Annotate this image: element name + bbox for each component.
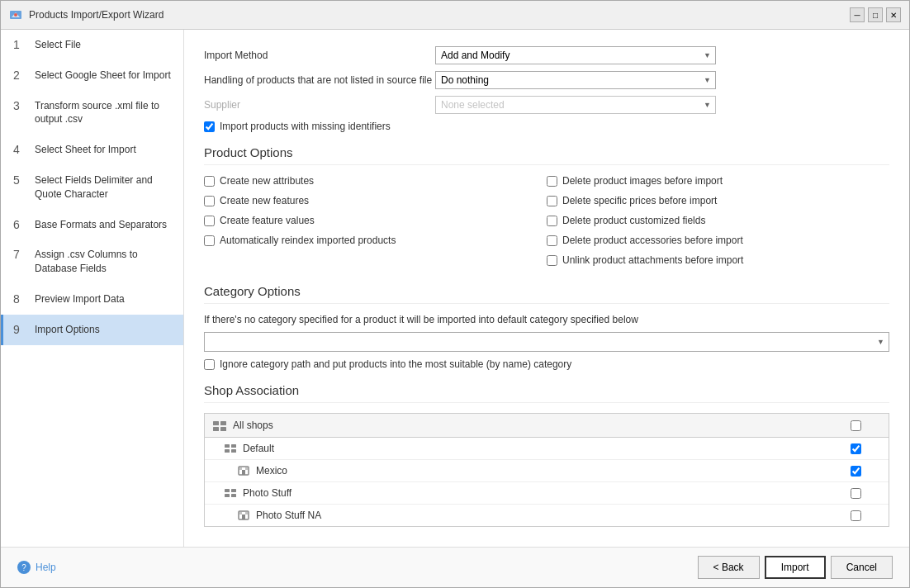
- sidebar: 1Select File2Select Google Sheet for Imp…: [1, 30, 184, 547]
- prod-opt-left-1: Create new features: [204, 195, 547, 206]
- prod-opt-right-lbl-3: Delete product accessories before import: [562, 235, 743, 246]
- store-icon-1: [238, 466, 249, 476]
- sidebar-label-5: Select Fields Delimiter and Quote Charac…: [35, 173, 173, 202]
- prod-opt-right-cb-1[interactable]: [547, 196, 557, 206]
- shop-row-2: Photo Stuff: [205, 482, 889, 505]
- supplier-label: Supplier: [204, 99, 435, 111]
- product-options-right: Delete product images before importDelet…: [547, 175, 889, 271]
- prod-opt-left-lbl-0: Create new attributes: [220, 175, 314, 187]
- svg-rect-17: [231, 489, 236, 492]
- app-icon: [9, 8, 22, 21]
- maximize-button[interactable]: □: [868, 7, 883, 22]
- svg-rect-21: [239, 512, 242, 514]
- sidebar-item-6[interactable]: 6Base Formats and Separators: [1, 210, 183, 240]
- svg-rect-15: [225, 489, 230, 492]
- svg-point-2: [14, 13, 17, 17]
- import-method-row: Import Method Add and Modify: [204, 46, 889, 64]
- prod-opt-left-lbl-3: Automatically reindex imported products: [220, 235, 396, 246]
- title-bar: Products Import/Export Wizard ─ □ ✕: [1, 1, 909, 30]
- help-icon[interactable]: ?: [17, 561, 31, 574]
- shop-label-0: Default: [243, 443, 831, 454]
- product-options-left: Create new attributesCreate new features…: [204, 175, 547, 271]
- import-method-select[interactable]: Add and Modify: [435, 46, 716, 64]
- prod-opt-right-lbl-1: Delete specific prices before import: [562, 195, 717, 206]
- handling-select[interactable]: Do nothing: [435, 71, 716, 89]
- prod-opt-left-0: Create new attributes: [204, 175, 547, 187]
- prod-opt-right-4: Unlink product attachments before import: [547, 254, 889, 266]
- prod-opt-right-cb-2[interactable]: [547, 216, 557, 226]
- supplier-row: Supplier None selected: [204, 96, 889, 114]
- all-shops-row: All shops: [205, 414, 889, 438]
- svg-rect-3: [213, 421, 219, 425]
- sidebar-label-8: Preview Import Data: [35, 292, 125, 306]
- svg-rect-6: [220, 427, 226, 431]
- prod-opt-right-cb-3[interactable]: [547, 235, 557, 246]
- sidebar-item-2[interactable]: 2Select Google Sheet for Import: [1, 60, 183, 91]
- prod-opt-left-cb-1[interactable]: [204, 196, 215, 206]
- all-shops-checkbox-col: [831, 420, 880, 431]
- sidebar-label-2: Select Google Sheet for Import: [35, 69, 171, 83]
- prod-opt-left-cb-0[interactable]: [204, 176, 215, 187]
- svg-rect-9: [231, 444, 236, 448]
- prod-opt-left-lbl-1: Create new features: [220, 195, 309, 206]
- handling-row: Handling of products that are not listed…: [204, 71, 889, 89]
- footer-buttons: < Back Import Cancel: [698, 556, 893, 579]
- missing-id-checkbox[interactable]: [204, 121, 215, 132]
- shop-cb-col-2: [831, 488, 880, 499]
- shop-association-panel: All shops DefaultMexicoPhoto StuffPhoto …: [204, 413, 889, 527]
- prod-opt-right-cb-0[interactable]: [547, 176, 557, 187]
- shop-cb-2[interactable]: [851, 488, 861, 499]
- shop-icon-0: [225, 443, 236, 453]
- ignore-path-label: Ignore category path and put products in…: [220, 358, 571, 370]
- close-button[interactable]: ✕: [886, 7, 901, 22]
- prod-opt-right-0: Delete product images before import: [547, 175, 889, 187]
- sidebar-label-9: Import Options: [35, 323, 100, 337]
- main-content: 1Select File2Select Google Sheet for Imp…: [1, 30, 909, 547]
- shop-row-1: Mexico: [205, 460, 889, 482]
- sidebar-item-9[interactable]: 9Import Options: [1, 315, 183, 345]
- prod-opt-left-cb-2[interactable]: [204, 216, 215, 226]
- all-shops-icon: [213, 420, 226, 431]
- prod-opt-right-cb-4[interactable]: [547, 255, 557, 266]
- sidebar-label-1: Select File: [35, 38, 81, 52]
- cancel-button[interactable]: Cancel: [831, 556, 893, 579]
- sidebar-item-8[interactable]: 8Preview Import Data: [1, 284, 183, 315]
- shop-cb-1[interactable]: [851, 466, 861, 477]
- sidebar-item-7[interactable]: 7Assign .csv Columns to Database Fields: [1, 239, 183, 284]
- prod-opt-left-lbl-2: Create feature values: [220, 215, 315, 226]
- shop-cb-0[interactable]: [851, 443, 861, 454]
- sidebar-item-5[interactable]: 5Select Fields Delimiter and Quote Chara…: [1, 165, 183, 210]
- svg-rect-16: [225, 494, 230, 497]
- supplier-select[interactable]: None selected: [435, 96, 716, 114]
- category-select[interactable]: [204, 332, 889, 352]
- sidebar-label-3: Transform source .xml file to output .cs…: [35, 99, 173, 127]
- back-button[interactable]: < Back: [698, 556, 760, 579]
- prod-opt-left-cb-3[interactable]: [204, 235, 215, 246]
- svg-rect-20: [242, 514, 245, 519]
- import-button[interactable]: Import: [765, 556, 826, 579]
- sidebar-item-4[interactable]: 4Select Sheet for Import: [1, 135, 183, 165]
- footer-left: ? Help: [17, 561, 56, 574]
- ignore-path-checkbox[interactable]: [204, 359, 215, 370]
- minimize-button[interactable]: ─: [850, 7, 865, 22]
- prod-opt-left-3: Automatically reindex imported products: [204, 235, 547, 246]
- store-icon-3: [238, 510, 249, 520]
- shop-cb-3[interactable]: [851, 510, 861, 521]
- product-options-grid: Create new attributesCreate new features…: [204, 175, 889, 271]
- product-options-title: Product Options: [204, 145, 889, 165]
- sidebar-item-3[interactable]: 3Transform source .xml file to output .c…: [1, 91, 183, 135]
- sidebar-num-2: 2: [13, 69, 26, 82]
- import-method-label: Import Method: [204, 50, 435, 61]
- svg-rect-8: [225, 449, 230, 453]
- missing-id-row: Import products with missing identifiers: [204, 121, 889, 132]
- title-bar-left: Products Import/Export Wizard: [9, 8, 164, 21]
- prod-opt-right-lbl-4: Unlink product attachments before import: [562, 254, 743, 266]
- help-text[interactable]: Help: [36, 562, 56, 573]
- sidebar-label-6: Base Formats and Separators: [35, 218, 167, 232]
- sidebar-num-6: 6: [13, 218, 26, 231]
- all-shops-checkbox[interactable]: [851, 420, 861, 431]
- svg-rect-4: [213, 427, 219, 431]
- category-select-wrapper: [204, 332, 889, 352]
- sidebar-item-1[interactable]: 1Select File: [1, 30, 183, 60]
- ignore-path-row: Ignore category path and put products in…: [204, 358, 889, 370]
